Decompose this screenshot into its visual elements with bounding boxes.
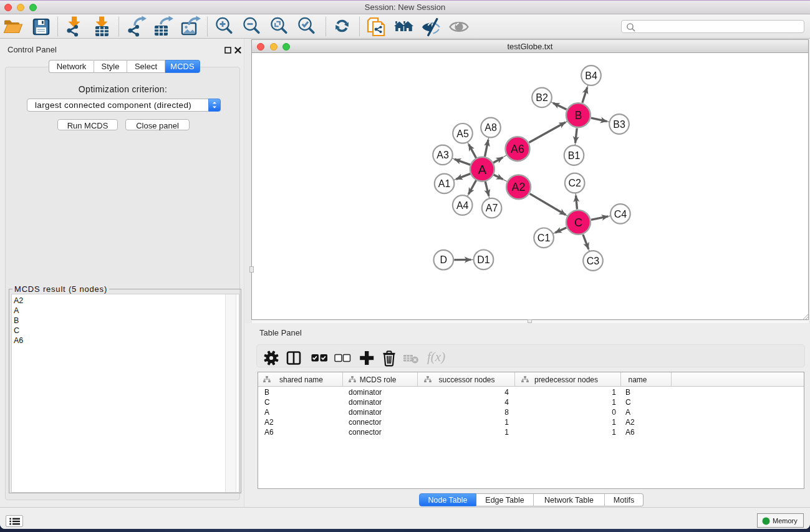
svg-text:B: B xyxy=(574,109,582,122)
svg-text:B3: B3 xyxy=(613,119,625,130)
svg-text:A1: A1 xyxy=(438,178,451,189)
svg-text:D: D xyxy=(440,254,448,265)
svg-text:C: C xyxy=(574,216,582,229)
svg-text:C1: C1 xyxy=(538,233,551,243)
svg-text:A6: A6 xyxy=(511,143,524,155)
svg-text:A4: A4 xyxy=(456,200,469,211)
svg-text:C2: C2 xyxy=(568,178,581,188)
svg-text:B4: B4 xyxy=(585,70,597,81)
svg-text:A5: A5 xyxy=(456,128,469,139)
svg-text:A: A xyxy=(478,162,487,177)
svg-text:D1: D1 xyxy=(477,254,490,265)
svg-text:B2: B2 xyxy=(536,92,548,103)
svg-text:C3: C3 xyxy=(587,256,600,266)
svg-text:A2: A2 xyxy=(512,181,526,193)
svg-text:A3: A3 xyxy=(436,150,449,160)
svg-text:B1: B1 xyxy=(568,150,581,161)
svg-text:C4: C4 xyxy=(614,209,627,220)
svg-text:A8: A8 xyxy=(485,122,497,133)
svg-text:A7: A7 xyxy=(486,203,498,213)
